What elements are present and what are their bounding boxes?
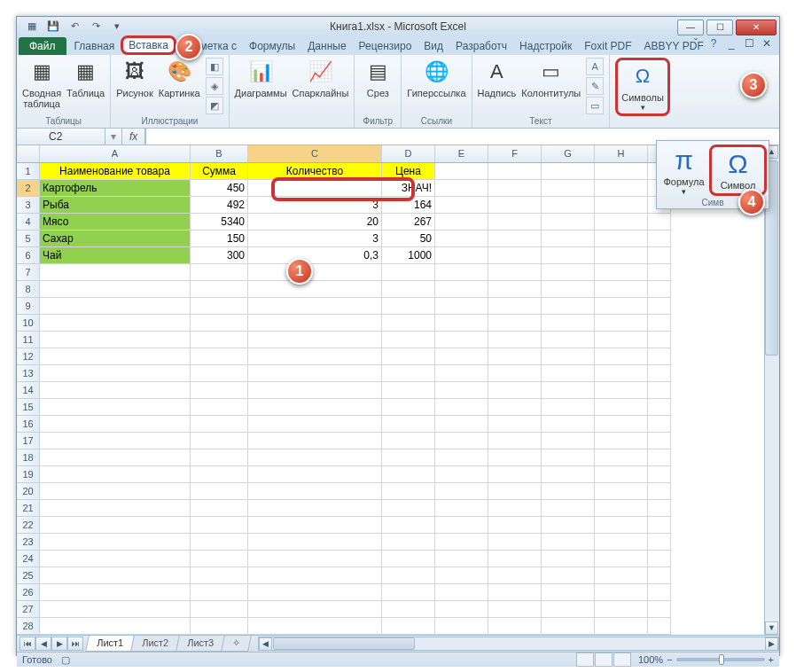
row-head-25[interactable]: 25 (17, 567, 40, 584)
tab-foxit[interactable]: Foxit PDF (578, 37, 637, 55)
cell[interactable] (648, 315, 671, 332)
symbol-button[interactable]: ΩСимвол (709, 145, 767, 196)
cell-a6[interactable]: Чай (40, 247, 191, 264)
row-head-23[interactable]: 23 (17, 534, 40, 551)
col-head-e[interactable]: E (435, 145, 488, 162)
cell-c4[interactable]: 20 (248, 214, 382, 231)
cell-b4[interactable]: 5340 (191, 214, 248, 231)
cell[interactable] (435, 348, 488, 365)
cell[interactable] (248, 551, 382, 567)
cell[interactable] (248, 281, 382, 298)
cell-a3[interactable]: Рыба (40, 197, 191, 214)
cell[interactable] (488, 163, 542, 180)
col-head-h[interactable]: H (595, 145, 648, 162)
cell[interactable] (595, 551, 648, 567)
cell[interactable] (542, 281, 595, 298)
cell[interactable] (488, 483, 542, 500)
cell-a5[interactable]: Сахар (40, 231, 191, 247)
tab-home[interactable]: Главная (68, 37, 121, 55)
name-box-dropdown-icon[interactable]: ▾ (111, 130, 116, 143)
cell[interactable] (648, 433, 671, 449)
cell[interactable] (248, 298, 382, 315)
excel-icon[interactable]: ▦ (22, 18, 42, 35)
cell[interactable] (191, 449, 248, 466)
cell[interactable] (648, 416, 671, 433)
cell[interactable] (542, 483, 595, 500)
cell[interactable] (542, 416, 595, 433)
cell[interactable] (248, 264, 382, 281)
cell[interactable] (40, 483, 191, 500)
cell[interactable] (542, 466, 595, 483)
save-icon[interactable]: 💾 (43, 18, 63, 35)
cell[interactable] (542, 399, 595, 416)
cell-d2[interactable]: ЗНАЧ! (382, 180, 435, 197)
smartart-icon[interactable]: ◈ (206, 77, 223, 95)
cell[interactable] (248, 348, 382, 365)
cell[interactable] (488, 264, 542, 281)
cell[interactable] (191, 382, 248, 399)
zoom-level[interactable]: 100% (638, 654, 663, 665)
cell[interactable] (40, 466, 191, 483)
cell[interactable] (40, 534, 191, 551)
cell[interactable] (40, 500, 191, 517)
cell[interactable] (542, 163, 595, 180)
doc-close-icon[interactable]: ✕ (760, 37, 774, 50)
cell[interactable] (542, 348, 595, 365)
cell[interactable] (648, 551, 671, 567)
cell[interactable] (488, 584, 542, 601)
cell[interactable] (542, 315, 595, 332)
cell[interactable] (382, 567, 435, 584)
cell[interactable] (488, 618, 542, 635)
minimize-button[interactable]: — (677, 20, 704, 35)
cell[interactable] (40, 517, 191, 534)
cell[interactable] (435, 433, 488, 449)
cell[interactable] (248, 500, 382, 517)
row-head-6[interactable]: 6 (17, 247, 40, 264)
col-head-g[interactable]: G (542, 145, 595, 162)
tab-developer[interactable]: Разработч (449, 37, 513, 55)
cell[interactable] (40, 584, 191, 601)
cell[interactable] (648, 298, 671, 315)
row-head-20[interactable]: 20 (17, 483, 40, 500)
cell[interactable] (595, 382, 648, 399)
cell-b5[interactable]: 150 (191, 231, 248, 247)
picture-button[interactable]: 🖼Рисунок (116, 58, 153, 98)
cell[interactable] (542, 567, 595, 584)
cell-c6[interactable]: 0,3 (248, 247, 382, 264)
cell[interactable] (648, 231, 671, 247)
cell[interactable] (488, 399, 542, 416)
cell[interactable] (382, 584, 435, 601)
row-head-7[interactable]: 7 (17, 264, 40, 281)
cell[interactable] (191, 365, 248, 382)
cell[interactable] (595, 264, 648, 281)
cell[interactable] (435, 601, 488, 618)
row-head-4[interactable]: 4 (17, 214, 40, 231)
cell[interactable] (435, 163, 488, 180)
row-head-1[interactable]: 1 (17, 163, 40, 180)
object-icon[interactable]: ▭ (586, 97, 604, 114)
tab-review[interactable]: Рецензиро (353, 37, 418, 55)
cell[interactable] (382, 382, 435, 399)
cell[interactable] (435, 197, 488, 214)
cell[interactable] (40, 298, 191, 315)
cell[interactable] (595, 534, 648, 551)
cell[interactable] (248, 567, 382, 584)
row-head-26[interactable]: 26 (17, 584, 40, 601)
view-page-layout-icon[interactable] (595, 652, 613, 667)
cell[interactable] (595, 231, 648, 247)
cell[interactable] (595, 332, 648, 348)
cell[interactable] (488, 500, 542, 517)
cell[interactable] (435, 517, 488, 534)
cell[interactable] (542, 197, 595, 214)
cell[interactable] (542, 449, 595, 466)
sheet-nav-last-icon[interactable]: ⏭ (67, 637, 83, 651)
cell[interactable] (435, 551, 488, 567)
col-head-d[interactable]: D (382, 145, 435, 162)
row-head-22[interactable]: 22 (17, 517, 40, 534)
maximize-button[interactable]: ☐ (706, 20, 733, 35)
col-head-a[interactable]: A (40, 145, 191, 162)
cell[interactable] (595, 584, 648, 601)
cell[interactable] (648, 466, 671, 483)
cell[interactable] (488, 449, 542, 466)
cell[interactable] (191, 601, 248, 618)
